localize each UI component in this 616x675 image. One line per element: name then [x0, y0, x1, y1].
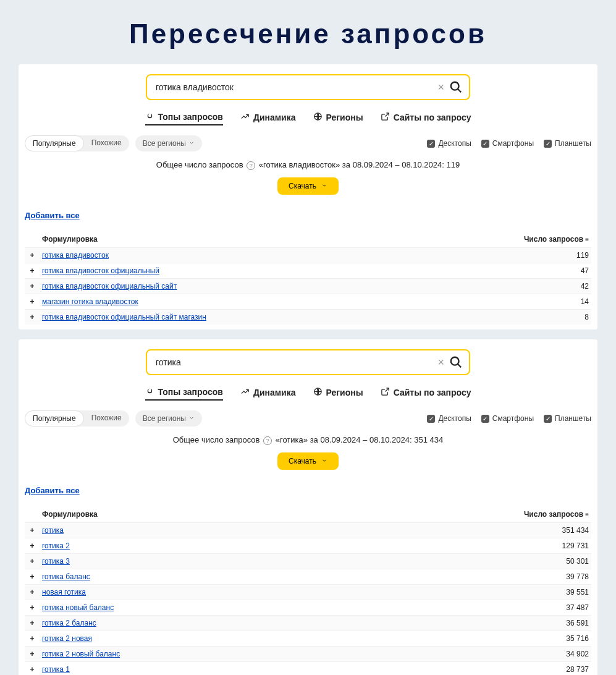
- pill-group: ПопулярныеПохожиеВсе регионы: [25, 410, 202, 427]
- add-all-link[interactable]: Добавить все: [25, 211, 80, 220]
- table-row: +готика владивосток119: [25, 248, 591, 263]
- add-row-button[interactable]: +: [25, 538, 40, 554]
- phrase-link[interactable]: готика владивосток официальный: [42, 266, 159, 275]
- phrase-link[interactable]: готика владивосток официальный сайт мага…: [42, 313, 206, 321]
- device-label: Планшеты: [555, 414, 591, 423]
- search-button[interactable]: [449, 355, 463, 369]
- phrase-link[interactable]: готика 2 новый баланс: [42, 650, 120, 658]
- device-check-0[interactable]: ✓Десктопы: [427, 414, 471, 423]
- download-label: Скачать: [289, 182, 316, 190]
- device-check-2[interactable]: ✓Планшеты: [544, 139, 591, 148]
- phrase-link[interactable]: готика баланс: [42, 572, 90, 581]
- col-phrase[interactable]: Формулировка: [40, 506, 339, 523]
- table-row: +готика 2 новая35 716: [25, 631, 591, 647]
- add-row-button[interactable]: +: [25, 554, 40, 569]
- controls-row: ПопулярныеПохожиеВсе регионы✓Десктопы✓См…: [25, 135, 591, 151]
- region-filter[interactable]: Все регионы: [135, 410, 202, 427]
- phrase-link[interactable]: готика владивосток: [42, 251, 109, 260]
- stats-query: «готика владивосток»: [259, 160, 340, 169]
- device-filters: ✓Десктопы✓Смартфоны✓Планшеты: [427, 414, 591, 423]
- chevron-down-icon: [321, 182, 327, 190]
- phrase-link[interactable]: магазин готика владивосток: [42, 297, 138, 306]
- add-row-button[interactable]: +: [25, 310, 40, 325]
- add-row-button[interactable]: +: [25, 631, 40, 647]
- phrase-link[interactable]: готика 1: [42, 665, 70, 674]
- device-check-1[interactable]: ✓Смартфоны: [481, 139, 534, 148]
- clear-icon[interactable]: ×: [432, 81, 449, 94]
- tab-1[interactable]: Динамика: [240, 386, 296, 401]
- phrase-link[interactable]: готика 3: [42, 557, 70, 566]
- tab-3[interactable]: Сайты по запросу: [381, 111, 471, 125]
- add-row-button[interactable]: +: [25, 294, 40, 310]
- phrase-link[interactable]: готика новый баланс: [42, 603, 114, 612]
- sort-icon: ≡: [585, 236, 589, 243]
- tab-2[interactable]: Регионы: [313, 386, 363, 401]
- table-row: +готика 350 301: [25, 554, 591, 569]
- tab-0[interactable]: Топы запросов: [145, 111, 223, 125]
- phrase-link[interactable]: готика 2: [42, 541, 70, 550]
- region-filter[interactable]: Все регионы: [135, 135, 202, 151]
- download-button[interactable]: Скачать: [277, 452, 339, 470]
- add-row-button[interactable]: +: [25, 616, 40, 631]
- device-check-1[interactable]: ✓Смартфоны: [481, 414, 534, 423]
- phrase-link[interactable]: новая готика: [42, 588, 86, 596]
- col-phrase[interactable]: Формулировка: [40, 231, 430, 248]
- add-row-button[interactable]: +: [25, 569, 40, 585]
- phrase-link[interactable]: готика владивосток официальный сайт: [42, 282, 177, 291]
- svg-point-0: [451, 82, 459, 90]
- add-row-button[interactable]: +: [25, 523, 40, 538]
- stats-period: за 08.09.2024 – 08.10.2024:: [310, 435, 412, 444]
- stats-line: Общее число запросов ? «готика владивост…: [25, 160, 591, 170]
- table-row: +новая готика39 551: [25, 585, 591, 600]
- table-row: +магазин готика владивосток14: [25, 294, 591, 310]
- sort-icon: ≡: [585, 511, 589, 518]
- controls-row: ПопулярныеПохожиеВсе регионы✓Десктопы✓См…: [25, 410, 591, 427]
- seg-0[interactable]: Популярные: [25, 135, 84, 151]
- phrase-link[interactable]: готика 2 баланс: [42, 619, 96, 627]
- search-button[interactable]: [449, 80, 463, 94]
- tab-0[interactable]: Топы запросов: [145, 386, 223, 401]
- search-input[interactable]: [156, 357, 432, 367]
- phrase-link[interactable]: готика 2 новая: [42, 634, 92, 643]
- add-all-link[interactable]: Добавить все: [25, 486, 80, 495]
- add-row-button[interactable]: +: [25, 585, 40, 600]
- add-row-button[interactable]: +: [25, 662, 40, 676]
- tab-3[interactable]: Сайты по запросу: [381, 386, 471, 401]
- device-label: Десктопы: [438, 414, 471, 423]
- results-table: ФормулировкаЧисло запросов≡+готика351 43…: [25, 506, 591, 675]
- segment-filter: ПопулярныеПохожие: [25, 135, 129, 151]
- tabs: Топы запросовДинамикаРегионыСайты по зап…: [25, 111, 591, 125]
- info-icon[interactable]: ?: [247, 161, 255, 170]
- stats-line: Общее число запросов ? «готика» за 08.09…: [25, 435, 591, 445]
- add-row-button[interactable]: +: [25, 647, 40, 662]
- add-row-button[interactable]: +: [25, 600, 40, 616]
- device-check-2[interactable]: ✓Планшеты: [544, 414, 591, 423]
- external-icon: [381, 387, 390, 398]
- tab-label: Динамика: [253, 112, 296, 122]
- table-row: +готика 2129 731: [25, 538, 591, 554]
- tab-label: Сайты по запросу: [394, 388, 471, 397]
- search-box: ×: [146, 349, 470, 375]
- device-check-0[interactable]: ✓Десктопы: [427, 139, 471, 148]
- results-table: ФормулировкаЧисло запросов≡+готика влади…: [25, 231, 591, 325]
- add-row-button[interactable]: +: [25, 263, 40, 279]
- seg-1[interactable]: Похожие: [84, 135, 129, 151]
- tab-1[interactable]: Динамика: [240, 111, 296, 125]
- tab-2[interactable]: Регионы: [313, 111, 363, 125]
- info-icon[interactable]: ?: [263, 436, 272, 445]
- add-row-button[interactable]: +: [25, 279, 40, 294]
- count-value: 47: [430, 263, 591, 279]
- add-row-button[interactable]: +: [25, 248, 40, 263]
- download-button[interactable]: Скачать: [277, 177, 339, 195]
- col-count[interactable]: Число запросов≡: [339, 506, 591, 523]
- seg-1[interactable]: Похожие: [84, 410, 129, 427]
- tabs: Топы запросовДинамикаРегионыСайты по зап…: [25, 386, 591, 401]
- clear-icon[interactable]: ×: [432, 356, 449, 369]
- col-count[interactable]: Число запросов≡: [430, 231, 591, 248]
- seg-0[interactable]: Популярные: [25, 410, 84, 427]
- checkbox-icon: ✓: [427, 415, 435, 423]
- page-title: Пересечение запросов: [19, 19, 597, 49]
- count-value: 8: [430, 310, 591, 325]
- phrase-link[interactable]: готика: [42, 526, 64, 535]
- search-input[interactable]: [156, 82, 432, 92]
